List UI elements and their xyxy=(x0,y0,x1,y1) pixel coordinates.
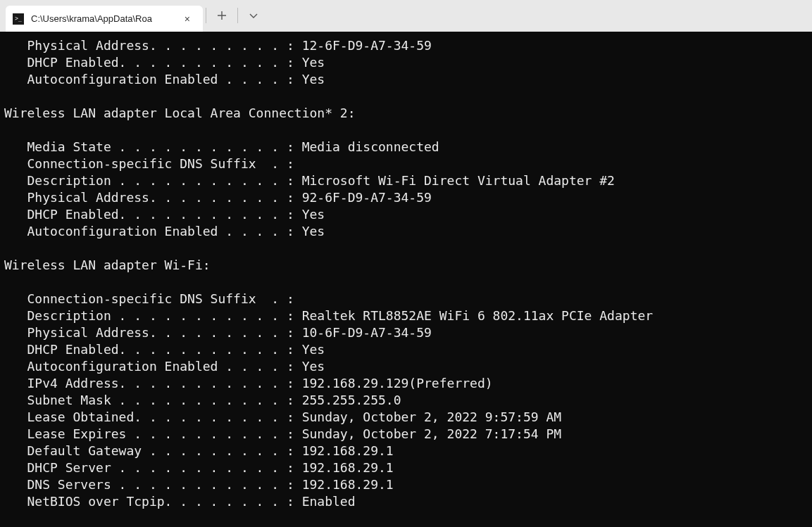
chevron-down-icon xyxy=(249,9,258,24)
plus-icon xyxy=(217,9,227,24)
terminal-icon xyxy=(13,13,24,25)
close-icon[interactable]: × xyxy=(180,12,194,26)
new-tab-button[interactable] xyxy=(209,6,235,28)
tab-title: C:\Users\krama\AppData\Roa xyxy=(31,13,180,24)
tab-active[interactable]: C:\Users\krama\AppData\Roa × xyxy=(6,6,203,32)
terminal-output[interactable]: Physical Address. . . . . . . . . : 12-6… xyxy=(0,32,812,527)
tab-separator xyxy=(206,8,206,23)
tab-separator-2 xyxy=(237,8,238,23)
window-titlebar: C:\Users\krama\AppData\Roa × xyxy=(0,0,812,32)
tab-dropdown-button[interactable] xyxy=(241,6,266,28)
